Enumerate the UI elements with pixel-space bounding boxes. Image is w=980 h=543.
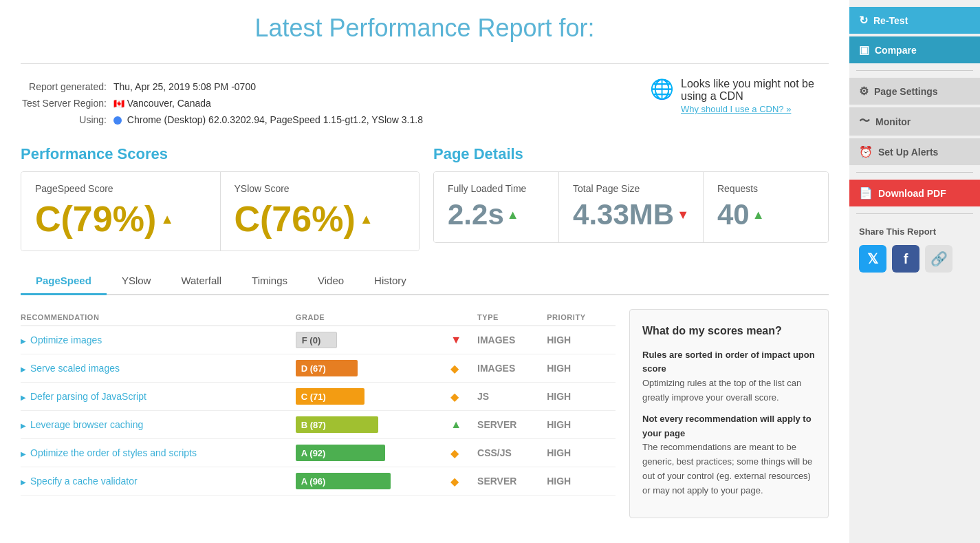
yslow-score-value: C(76%) ▲ xyxy=(235,198,406,239)
table-row: ▶Optimize the order of styles and script… xyxy=(21,439,616,467)
col-grade: GRADE xyxy=(296,309,450,326)
tab-timings[interactable]: Timings xyxy=(237,268,303,295)
grade-bar: D (67) xyxy=(296,360,392,376)
cdn-link[interactable]: Why should I use a CDN? » xyxy=(681,104,791,114)
sidebar: ↻ Re-Test ▣ Compare ⚙ Page Settings 〜 Mo… xyxy=(849,0,980,543)
share-title: Share This Report xyxy=(849,221,980,242)
rec-name-link[interactable]: Optimize images xyxy=(30,334,102,345)
performance-scores-section: Performance Scores PageSpeed Score C(79%… xyxy=(21,145,420,251)
type-badge: IMAGES xyxy=(477,326,547,354)
twitter-icon: 𝕏 xyxy=(867,251,878,267)
row-chevron-icon: ▶ xyxy=(21,394,26,401)
grade-bar: B (87) xyxy=(296,416,392,433)
page-title: Latest Performance Report for: xyxy=(21,14,829,43)
tab-video[interactable]: Video xyxy=(303,268,359,295)
col-recommendation: RECOMMENDATION xyxy=(21,309,296,326)
col-trend xyxy=(450,309,477,326)
tab-waterfall[interactable]: Waterfall xyxy=(166,268,237,295)
globe-icon: 🌐 xyxy=(650,78,674,100)
sidebar-divider-2 xyxy=(856,172,973,173)
info-para1-text: Optimizing rules at the top of the list … xyxy=(642,378,801,403)
priority-badge: HIGH xyxy=(547,439,616,467)
priority-badge: HIGH xyxy=(547,326,616,354)
alert-icon: ⏰ xyxy=(859,145,873,158)
rec-name-link[interactable]: Leverage browser caching xyxy=(30,419,143,430)
server-label: Test Server Region: xyxy=(22,96,112,111)
pagespeed-score-label: PageSpeed Score xyxy=(35,183,206,194)
copy-link-button[interactable]: 🔗 xyxy=(925,245,952,273)
type-badge: SERVER xyxy=(477,411,547,439)
rec-name-link[interactable]: Serve scaled images xyxy=(30,363,120,374)
requests-value: 40 ▲ xyxy=(717,198,814,231)
facebook-share-button[interactable]: f xyxy=(892,245,919,273)
tab-history[interactable]: History xyxy=(359,268,422,295)
facebook-icon: f xyxy=(904,251,908,267)
trend-icon: ◆ xyxy=(450,447,459,459)
link-icon: 🔗 xyxy=(930,251,948,267)
performance-scores-title: Performance Scores xyxy=(21,145,420,163)
report-meta-left: Report generated: Thu, Apr 25, 2019 5:08… xyxy=(21,78,430,129)
retest-icon: ↻ xyxy=(859,14,868,27)
table-row: ▶Serve scaled imagesD (67)◆IMAGESHIGH xyxy=(21,354,616,383)
yslow-arrow-icon: ▲ xyxy=(360,211,373,227)
requests-arrow-icon: ▲ xyxy=(752,208,765,222)
col-priority: PRIORITY xyxy=(547,309,616,326)
generated-value: Thu, Apr 25, 2019 5:08 PM -0700 xyxy=(113,79,428,94)
monitor-icon: 〜 xyxy=(859,114,870,129)
type-badge: CSS/JS xyxy=(477,439,547,467)
grade-bar: A (96) xyxy=(296,473,392,489)
priority-badge: HIGH xyxy=(547,467,616,496)
page-settings-button[interactable]: ⚙ Page Settings xyxy=(849,78,980,105)
server-value: 🇨🇦 Vancouver, Canada xyxy=(113,96,428,111)
download-pdf-button[interactable]: 📄 Download PDF xyxy=(849,180,980,206)
row-chevron-icon: ▶ xyxy=(21,422,26,429)
loaded-time-value: 2.2s ▲ xyxy=(448,198,545,231)
requests-label: Requests xyxy=(717,183,814,194)
table-panel-row: RECOMMENDATION GRADE TYPE PRIORITY ▶Opti… xyxy=(21,309,829,518)
rec-name-link[interactable]: Specify a cache validator xyxy=(30,476,138,487)
chrome-icon xyxy=(113,116,122,125)
pagespeed-score-box: PageSpeed Score C(79%) ▲ xyxy=(21,172,221,251)
tab-pagespeed[interactable]: PageSpeed xyxy=(21,268,107,295)
row-chevron-icon: ▶ xyxy=(21,478,26,486)
type-badge: IMAGES xyxy=(477,354,547,383)
cdn-notice: 🌐 Looks like you might not be using a CD… xyxy=(650,78,829,115)
col-type: TYPE xyxy=(477,309,547,326)
priority-badge: HIGH xyxy=(547,411,616,439)
rec-name-link[interactable]: Defer parsing of JavaScript xyxy=(30,391,146,402)
requests-box: Requests 40 ▲ xyxy=(704,172,828,242)
info-para2: Not every recommendation will apply to y… xyxy=(642,412,816,498)
pagespeed-score-value: C(79%) ▲ xyxy=(35,198,206,239)
tab-yslow[interactable]: YSlow xyxy=(107,268,166,295)
trend-icon: ◆ xyxy=(450,363,459,374)
page-details-section: Page Details Fully Loaded Time 2.2s ▲ To… xyxy=(433,145,829,251)
trend-icon: ◆ xyxy=(450,391,459,403)
score-boxes: PageSpeed Score C(79%) ▲ YSlow Score C(7… xyxy=(21,171,420,251)
retest-button[interactable]: ↻ Re-Test xyxy=(849,7,980,34)
row-chevron-icon: ▶ xyxy=(21,365,26,373)
yslow-score-box: YSlow Score C(76%) ▲ xyxy=(221,172,420,251)
setup-alerts-button[interactable]: ⏰ Set Up Alerts xyxy=(849,138,980,165)
page-details-title: Page Details xyxy=(433,145,829,163)
priority-badge: HIGH xyxy=(547,354,616,383)
page-size-box: Total Page Size 4.33MB ▼ xyxy=(559,172,704,242)
sidebar-divider-3 xyxy=(856,213,973,214)
using-value: Chrome (Desktop) 62.0.3202.94, PageSpeed… xyxy=(113,112,428,127)
scores-details-row: Performance Scores PageSpeed Score C(79%… xyxy=(21,145,829,251)
monitor-button[interactable]: 〜 Monitor xyxy=(849,107,980,136)
sidebar-divider-1 xyxy=(856,70,973,71)
share-icons: 𝕏 f 🔗 xyxy=(849,245,980,273)
using-label: Using: xyxy=(22,112,112,127)
trend-icon: ◆ xyxy=(450,476,459,487)
grade-bar: F (0) xyxy=(296,332,392,348)
table-row: ▶Defer parsing of JavaScriptC (71)◆JSHIG… xyxy=(21,383,616,411)
twitter-share-button[interactable]: 𝕏 xyxy=(859,245,886,273)
pagespeed-arrow-icon: ▲ xyxy=(160,211,174,227)
settings-icon: ⚙ xyxy=(859,85,869,98)
rec-name-link[interactable]: Optimize the order of styles and scripts xyxy=(30,447,197,458)
info-panel-title: What do my scores mean? xyxy=(642,322,816,340)
compare-button[interactable]: ▣ Compare xyxy=(849,36,980,63)
pdf-icon: 📄 xyxy=(859,187,873,200)
info-para2-text: The recommendations are meant to be gene… xyxy=(642,442,812,495)
row-chevron-icon: ▶ xyxy=(21,337,26,345)
